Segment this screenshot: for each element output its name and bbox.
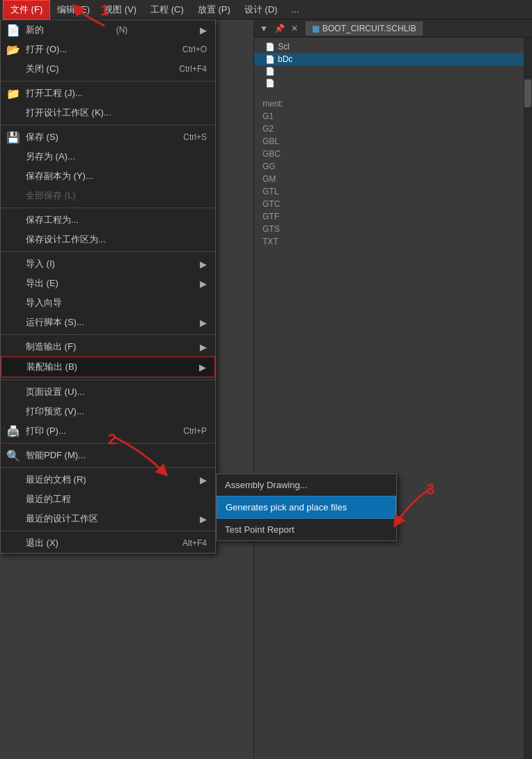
- sep-2: [1, 125, 215, 125]
- open-shortcut: Ctrl+O: [182, 45, 207, 54]
- menu-save-proj-as[interactable]: 保存工程为...: [1, 210, 215, 230]
- submenu-assembly-drawing[interactable]: Assembly Drawing...: [217, 474, 396, 496]
- menu-place[interactable]: 放置 (P): [191, 1, 237, 19]
- file-icon-bdc: 📄: [265, 55, 275, 64]
- sep-3: [1, 208, 215, 208]
- menu-recent-workspace[interactable]: 最近的设计工作区 ▶: [1, 509, 215, 529]
- label-gtf: GTF: [263, 210, 524, 223]
- label-gbl: GBL: [263, 135, 524, 148]
- print-shortcut: Ctrl+P: [183, 426, 207, 436]
- menu-open[interactable]: 📂 打开 (O)... Ctrl+O: [1, 40, 215, 59]
- tree-item-scl[interactable]: 📄 Scl: [254, 40, 532, 53]
- menu-import[interactable]: 导入 (I) ▶: [1, 254, 215, 274]
- print-icon: 🖨️: [5, 423, 22, 439]
- label-gg: GG: [263, 160, 524, 173]
- new-icon: 📄: [5, 22, 22, 38]
- recent-docs-arrow: ▶: [200, 475, 207, 485]
- menu-recent-docs[interactable]: 最近的文档 (R) ▶: [1, 470, 215, 490]
- file-menu: 📄 新的 (N) ▶ 📂 打开 (O)... Ctrl+O 关闭 (C) Ctr…: [0, 19, 216, 554]
- menu-export[interactable]: 导出 (E) ▶: [1, 274, 215, 293]
- menu-exit[interactable]: 退出 (X) Alt+F4: [1, 533, 215, 553]
- menu-save-ws-as[interactable]: 保存设计工作区为...: [1, 230, 215, 249]
- pin-btn[interactable]: 📌: [272, 22, 286, 36]
- menu-more[interactable]: ...: [284, 1, 306, 17]
- panel-tabs: ▼ 📌 ✕ ▦ BOOT_CIRCUIT.SCHLIB: [254, 19, 532, 38]
- file-icon-3: 📄: [265, 67, 275, 76]
- menu-recent-projects[interactable]: 最近的工程: [1, 490, 215, 509]
- assembly-submenu: Assembly Drawing... Generates pick and p…: [216, 474, 397, 541]
- file-icon: ▦: [312, 24, 320, 33]
- panel-scrollbar[interactable]: [524, 38, 532, 759]
- right-panel: ▼ 📌 ✕ ▦ BOOT_CIRCUIT.SCHLIB 📄 Scl 📄 bDc …: [253, 19, 532, 759]
- label-gtl: GTL: [263, 185, 524, 198]
- open-proj-icon: 📁: [5, 85, 22, 102]
- tree-item-bdc[interactable]: 📄 bDc: [254, 53, 532, 65]
- sep-7: [1, 443, 215, 444]
- sep-8: [1, 467, 215, 468]
- open-icon: 📂: [5, 41, 22, 58]
- panel-tab-file[interactable]: ▦ BOOT_CIRCUIT.SCHLIB: [306, 22, 423, 36]
- tree-item-3[interactable]: 📄: [254, 65, 532, 77]
- file-icon-4: 📄: [265, 79, 275, 88]
- scroll-thumb[interactable]: [524, 79, 531, 107]
- menu-run-script[interactable]: 运行脚本 (S)... ▶: [1, 313, 215, 332]
- pdf-icon: 🔍: [5, 447, 22, 464]
- close-panel-btn[interactable]: ✕: [288, 22, 302, 36]
- label-g1: G1: [263, 110, 524, 123]
- label-txt: TXT: [263, 235, 524, 248]
- menu-edit[interactable]: 编辑 (E): [50, 1, 97, 19]
- submenu-test-point[interactable]: Test Point Report: [217, 519, 396, 540]
- menu-import-wizard[interactable]: 导入向导: [1, 293, 215, 313]
- import-arrow: ▶: [200, 259, 207, 269]
- menu-file[interactable]: 文件 (F): [3, 0, 50, 19]
- menu-fab-output[interactable]: 制造输出 (F) ▶: [1, 337, 215, 357]
- sep-4: [1, 251, 215, 252]
- menu-open-workspace[interactable]: 打开设计工作区 (K)...: [1, 103, 215, 123]
- menu-page-setup[interactable]: 页面设置 (U)...: [1, 382, 215, 402]
- menu-print[interactable]: 🖨️ 打印 (P)... Ctrl+P: [1, 421, 215, 441]
- sep-5: [1, 334, 215, 335]
- sep-1: [1, 81, 215, 81]
- menu-save-as[interactable]: 另存为 (A)...: [1, 147, 215, 166]
- scroll-down-btn[interactable]: ▼: [257, 22, 271, 36]
- close-shortcut: Ctrl+F4: [179, 64, 207, 74]
- label-gbc: GBC: [263, 148, 524, 160]
- label-gtc: GTC: [263, 198, 524, 210]
- save-icon: 💾: [5, 129, 22, 146]
- file-tree: 📄 Scl 📄 bDc 📄 📄: [254, 38, 532, 92]
- panel-labels: ment: G1 G2 GBL GBC GG GM GTL GTC GTF GT…: [254, 92, 532, 253]
- script-arrow: ▶: [200, 318, 207, 328]
- menu-new[interactable]: 📄 新的 (N) ▶: [1, 20, 215, 40]
- tree-item-4[interactable]: 📄: [254, 77, 532, 89]
- label-g2: G2: [263, 123, 524, 135]
- label-gm: GM: [263, 173, 524, 185]
- menu-bar: 文件 (F) 编辑 (E) 视图 (V) 工程 (C) 放置 (P) 设计 (D…: [0, 0, 532, 19]
- file-icon-scl: 📄: [265, 42, 275, 52]
- menu-smart-pdf[interactable]: 🔍 智能PDF (M)...: [1, 446, 215, 465]
- menu-close[interactable]: 关闭 (C) Ctrl+F4: [1, 59, 215, 79]
- menu-open-project[interactable]: 📁 打开工程 (J)...: [1, 84, 215, 103]
- sep-6: [1, 380, 215, 380]
- menu-print-preview[interactable]: 打印预览 (V)...: [1, 402, 215, 421]
- menu-view[interactable]: 视图 (V): [97, 1, 143, 19]
- menu-save-all: 全部保存 (L): [1, 186, 215, 205]
- sep-9: [1, 531, 215, 531]
- assembly-arrow: ▶: [199, 362, 206, 373]
- export-arrow: ▶: [200, 279, 207, 289]
- label-ment: ment:: [263, 97, 524, 110]
- save-shortcut: Ctrl+S: [183, 132, 207, 142]
- fab-arrow: ▶: [200, 342, 207, 352]
- submenu-pick-place[interactable]: Generates pick and place files: [217, 496, 396, 519]
- label-gts: GTS: [263, 223, 524, 235]
- exit-shortcut: Alt+F4: [182, 538, 207, 548]
- menu-design[interactable]: 设计 (D): [237, 1, 285, 19]
- new-shortcut: (N): [116, 25, 128, 35]
- recent-ws-arrow: ▶: [200, 514, 207, 524]
- new-arrow: ▶: [200, 25, 207, 36]
- menu-project[interactable]: 工程 (C): [143, 1, 191, 19]
- menu-save-copy[interactable]: 保存副本为 (Y)...: [1, 166, 215, 186]
- menu-assembly-output[interactable]: 装配输出 (B) ▶: [1, 357, 215, 377]
- menu-save[interactable]: 💾 保存 (S) Ctrl+S: [1, 127, 215, 147]
